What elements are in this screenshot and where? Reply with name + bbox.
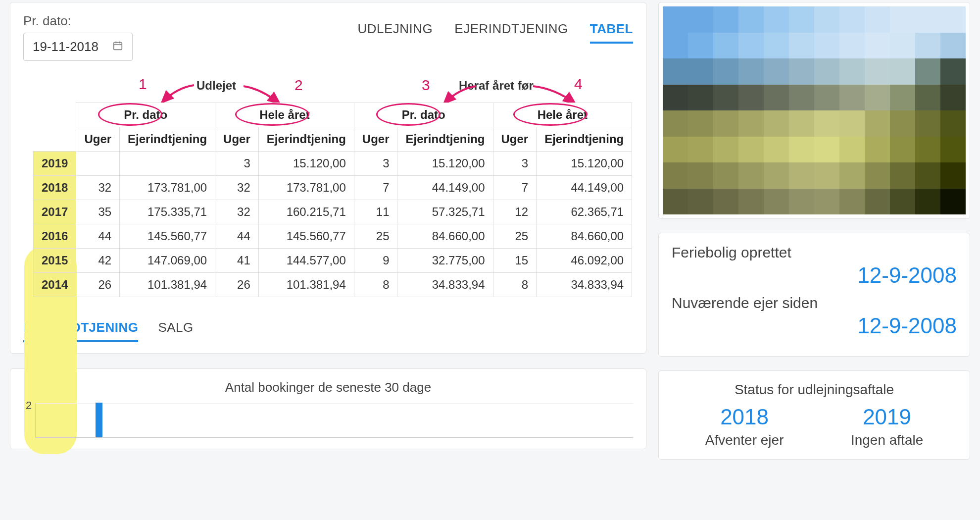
table-row: 201426101.381,9426101.381,94834.833,9483… xyxy=(34,273,632,297)
cell: 3 xyxy=(354,152,397,176)
cell: 32.775,00 xyxy=(397,249,493,273)
cell: 160.215,71 xyxy=(258,200,354,224)
cell: 32 xyxy=(76,176,120,200)
cell: 26 xyxy=(215,273,259,297)
status-year-0: 2018 xyxy=(705,405,784,429)
cell: 84.660,00 xyxy=(397,224,493,249)
tab-ejerindtjening[interactable]: EJERINDTJENING xyxy=(454,21,568,44)
year-cell: 2014 xyxy=(34,273,76,297)
table-row: 201735175.335,7132160.215,711157.325,711… xyxy=(34,200,632,224)
subtab-salg[interactable]: SALG xyxy=(158,320,193,342)
cell: 44 xyxy=(76,224,120,249)
chart-card: Antal bookinger de seneste 30 dage 2 xyxy=(10,368,646,449)
cell xyxy=(120,152,215,176)
calendar-icon xyxy=(112,39,123,54)
main-card: Pr. dato: 19-11-2018 UDLEJNING EJERINDTJ… xyxy=(10,2,646,354)
cell: 7 xyxy=(354,176,397,200)
col-ejer-2: Ejerindtjening xyxy=(258,127,354,152)
cell: 101.381,94 xyxy=(120,273,215,297)
cell: 173.781,00 xyxy=(258,176,354,200)
sub-tabs: EJERINDTJENING SALG xyxy=(23,320,633,342)
year-cell: 2017 xyxy=(34,200,76,224)
info-card: Feriebolig oprettet 12-9-2008 Nuværende … xyxy=(658,233,970,357)
cell: 42 xyxy=(76,249,120,273)
chart-title: Antal bookinger de seneste 30 dage xyxy=(23,380,633,395)
col-uger-2: Uger xyxy=(215,127,259,152)
year-cell: 2015 xyxy=(34,249,76,273)
status-text-0: Afventer ejer xyxy=(705,432,784,448)
cell: 25 xyxy=(493,224,537,249)
cell: 3 xyxy=(215,152,259,176)
status-title: Status for udlejningsaftale xyxy=(672,382,957,398)
circle-4 xyxy=(513,103,588,126)
table-row: 201542147.069,0041144.577,00932.775,0015… xyxy=(34,249,632,273)
year-cell: 2016 xyxy=(34,224,76,249)
cell: 15.120,00 xyxy=(258,152,354,176)
cell: 57.325,71 xyxy=(397,200,493,224)
cell: 8 xyxy=(493,273,537,297)
status-card: Status for udlejningsaftale 2018 Afvente… xyxy=(658,370,970,460)
cell: 25 xyxy=(354,224,397,249)
year-cell: 2018 xyxy=(34,176,76,200)
cell: 26 xyxy=(76,273,120,297)
cell: 34.833,94 xyxy=(397,273,493,297)
col-uger-4: Uger xyxy=(493,127,537,152)
col-ejer-3: Ejerindtjening xyxy=(397,127,493,152)
col-ejer-1: Ejerindtjening xyxy=(120,127,215,152)
svg-rect-0 xyxy=(114,43,122,50)
cell: 32 xyxy=(215,176,259,200)
cell xyxy=(76,152,120,176)
cell: 147.069,00 xyxy=(120,249,215,273)
cell: 35 xyxy=(76,200,120,224)
cell: 84.660,00 xyxy=(537,224,632,249)
data-table: Pr. dato Hele året Pr. dato xyxy=(33,103,632,297)
cell: 32 xyxy=(215,200,259,224)
tab-tabel[interactable]: TABEL xyxy=(590,21,633,44)
col-ejer-4: Ejerindtjening xyxy=(537,127,632,152)
date-input[interactable]: 19-11-2018 xyxy=(23,33,133,61)
cell: 175.335,71 xyxy=(120,200,215,224)
cell: 46.092,00 xyxy=(537,249,632,273)
property-image-card xyxy=(658,2,970,219)
cell: 145.560,77 xyxy=(120,224,215,249)
cell: 62.365,71 xyxy=(537,200,632,224)
status-year-1: 2019 xyxy=(851,405,923,429)
property-image xyxy=(663,6,966,214)
tab-udlejning[interactable]: UDLEJNING xyxy=(357,21,433,44)
col-uger-3: Uger xyxy=(354,127,397,152)
cell: 173.781,00 xyxy=(120,176,215,200)
ann-3: 3 xyxy=(422,77,430,94)
date-label: Pr. dato: xyxy=(23,13,133,29)
group-udlejet-label: Udlejet xyxy=(196,79,236,93)
cell: 15 xyxy=(493,249,537,273)
cell: 8 xyxy=(354,273,397,297)
cell: 15.120,00 xyxy=(397,152,493,176)
created-value: 12-9-2008 xyxy=(672,263,957,288)
table-area: Udlejet Heraf året før 1 2 3 4 xyxy=(23,73,633,297)
cell: 44.149,00 xyxy=(397,176,493,200)
cell: 15.120,00 xyxy=(537,152,632,176)
cell: 44 xyxy=(215,224,259,249)
top-tabs: UDLEJNING EJERINDTJENING TABEL xyxy=(357,21,633,44)
cell: 11 xyxy=(354,200,397,224)
created-label: Feriebolig oprettet xyxy=(672,244,957,261)
chart-bar xyxy=(96,403,102,437)
status-text-1: Ingen aftale xyxy=(851,432,923,448)
cell: 101.381,94 xyxy=(258,273,354,297)
col-uger-1: Uger xyxy=(76,127,120,152)
booking-chart: 2 xyxy=(35,403,633,438)
table-row: 201832173.781,0032173.781,00744.149,0074… xyxy=(34,176,632,200)
owner-label: Nuværende ejer siden xyxy=(672,295,957,312)
cell: 144.577,00 xyxy=(258,249,354,273)
circle-3 xyxy=(376,103,441,126)
table-row: 2019315.120,00315.120,00315.120,00 xyxy=(34,152,632,176)
table-row: 201644145.560,7744145.560,772584.660,002… xyxy=(34,224,632,249)
cell: 44.149,00 xyxy=(537,176,632,200)
circle-2 xyxy=(235,103,309,126)
cell: 34.833,94 xyxy=(537,273,632,297)
owner-value: 12-9-2008 xyxy=(672,313,957,338)
cell: 145.560,77 xyxy=(258,224,354,249)
cell: 12 xyxy=(493,200,537,224)
circle-1 xyxy=(98,103,162,126)
ytick-2: 2 xyxy=(26,399,32,412)
